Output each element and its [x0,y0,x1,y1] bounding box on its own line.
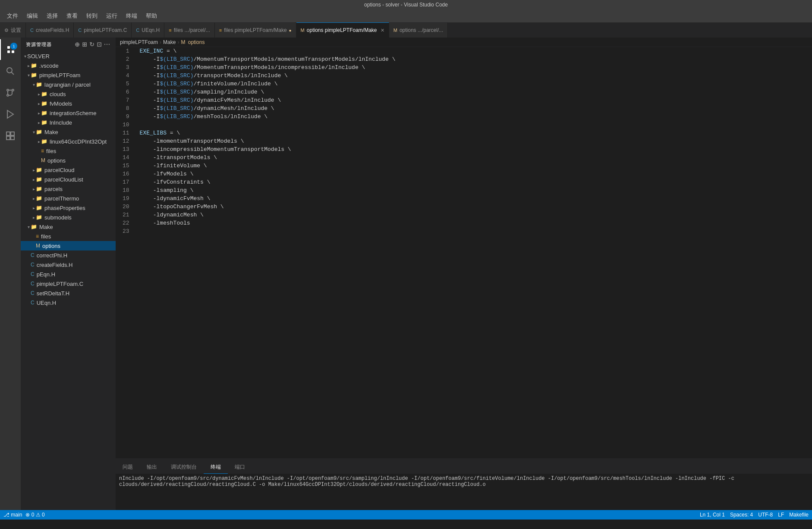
tree-setRDeltaT[interactable]: ▸ C setRDeltaT.H [21,288,116,298]
tab-options2-label: options .../parcel/... [400,27,443,33]
tab-files2[interactable]: ≡ files pimpleLPTFoam/Make ● [215,22,296,38]
tree-lagrangian[interactable]: ▾ 📁 lagrangian / parcel [21,80,116,89]
tree-make-root[interactable]: ▾ 📁 Make [21,222,116,232]
activity-extensions[interactable] [0,125,21,146]
pimple2-label: pimpleLPTFoam.C [37,281,83,287]
parcelcloudlist-arrow: ▸ [33,177,35,182]
ueqn-icon: C [136,28,139,33]
tab-options1-label: options pimpleLPTFoam/Make [307,27,377,33]
tree-linux64[interactable]: ▸ 📁 linux64GccDPInt32Opt [21,137,116,146]
status-left: ⎇ main ⊗ 0 ⚠ 0 [3,512,45,518]
ueqn2-label: UEqn.H [37,300,57,306]
svg-line-5 [12,72,14,75]
status-encoding[interactable]: UTF-8 [758,512,773,518]
tab-UEqn[interactable]: C UEqn.H [132,22,164,38]
files2-icon: ≡ [219,28,222,33]
code-line-11: EXE_LIBS = \ [140,129,812,137]
new-file-icon[interactable]: ⊕ [75,41,80,48]
new-folder-icon[interactable]: ⊞ [82,41,88,48]
tree-parcels[interactable]: ▸ 📁 parcels [21,184,116,194]
more-icon[interactable]: ··· [104,41,110,48]
correctphi-label: correctPhi.H [37,252,68,259]
menu-bar: 文件 编辑 选择 查看 转到 运行 终端 帮助 [0,9,812,22]
tree-createFields2[interactable]: ▸ C createFields.H [21,260,116,269]
createfields2-label: createFields.H [37,262,73,268]
status-language[interactable]: Makefile [789,512,809,518]
lninclude-label: lnInclude [50,119,72,126]
menu-select[interactable]: 选择 [43,11,61,21]
tree-parcelCloud[interactable]: ▸ 📁 parcelCloud [21,165,116,175]
tree-pimpleLPTFoam2[interactable]: ▸ C pimpleLPTFoam.C [21,279,116,288]
menu-file[interactable]: 文件 [3,11,22,21]
tree-options-root[interactable]: ▸ M options [21,241,116,250]
tree-parcelThermo[interactable]: ▸ 📁 parcelThermo [21,194,116,203]
options-root-label: options [42,243,60,249]
panel-tab-ports[interactable]: 端口 [228,461,252,474]
tab-options2[interactable]: M options .../parcel/... [389,22,448,38]
tab-createFields[interactable]: C createFields.H [26,22,74,38]
code-line-17: -lfvConstraints \ [140,178,812,186]
tab-pimple-label: pimpleLPTFoam.C [84,27,127,33]
tree-submodels[interactable]: ▸ 📁 submodels [21,213,116,222]
panel-tab-problems[interactable]: 问题 [116,461,140,474]
code-area[interactable]: EXE_INC = \ -I$(LIB_SRC)/MomentumTranspo… [136,47,812,458]
tree-make-pimple[interactable]: ▾ 📁 Make [21,127,116,137]
activity-explorer[interactable]: 1 [0,39,21,60]
panel-tab-debug[interactable]: 调试控制台 [164,461,204,474]
tree-integrationScheme[interactable]: ▸ 📁 integrationScheme [21,108,116,118]
menu-terminal[interactable]: 终端 [123,11,141,21]
code-line-13: -lincompressibleMomentumTransportModels … [140,145,812,153]
status-errors: ⊗ 0 ⚠ 0 [25,512,44,518]
tree-pEqn[interactable]: ▸ C pEqn.H [21,269,116,279]
tree-files-root[interactable]: ▸ ≡ files [21,232,116,241]
menu-view[interactable]: 查看 [63,11,81,21]
code-line-10 [140,121,812,129]
content-area: 1 [0,38,812,510]
collapse-icon[interactable]: ⊡ [97,41,102,48]
code-line-21: -ldynamicMesh \ [140,211,812,219]
editor: pimpleLPTFoam › Make › M options 1 2 3 4… [116,38,812,510]
tree-lnInclude[interactable]: ▸ 📁 lnInclude [21,118,116,127]
menu-help[interactable]: 帮助 [142,11,161,21]
tree-root-solver[interactable]: ▾ SOLVER [21,51,116,61]
pimple-icon: C [78,28,82,33]
activity-search[interactable] [0,61,21,81]
code-line-18: -lsampling \ [140,186,812,194]
tab-pimpleLPTFoam[interactable]: C pimpleLPTFoam.C [74,22,132,38]
settings-icon: ⚙ [4,28,9,33]
pimple-label: pimpleLPTFoam [39,72,80,78]
menu-edit[interactable]: 编辑 [23,11,41,21]
tree-pimpleLPTFoam[interactable]: ▾ 📁 pimpleLPTFoam [21,70,116,80]
activity-debug[interactable] [0,104,21,125]
tree-correctPhi[interactable]: ▸ C correctPhi.H [21,250,116,260]
editor-content[interactable]: 1 2 3 4 5 6 7 8 9 10 11 12 13 14 15 16 1 [116,47,812,458]
panel-tab-terminal[interactable]: 终端 [204,461,228,474]
tab-options1-close[interactable]: × [381,27,384,34]
git-branch[interactable]: ⎇ main [3,512,22,518]
tree-clouds[interactable]: ▸ 📁 clouds [21,89,116,99]
tree-vscode[interactable]: ▸ 📁 .vscode [21,61,116,70]
status-spaces[interactable]: Spaces: 4 [730,512,753,518]
tree-phaseProperties[interactable]: ▸ 📁 phaseProperties [21,203,116,213]
tab-settings[interactable]: ⚙ 设置 [0,22,26,38]
panel-tab-output[interactable]: 输出 [140,461,164,474]
code-line-9: -I$(LIB_SRC)/meshTools/lnInclude \ [140,113,812,121]
code-line-22: -lmeshTools [140,219,812,227]
status-line-col[interactable]: Ln 1, Col 1 [700,512,725,518]
tree-fvModels[interactable]: ▸ 📁 fvModels [21,99,116,108]
tree-options-make[interactable]: ▸ M options [21,156,116,165]
menu-run[interactable]: 运行 [103,11,121,21]
refresh-icon[interactable]: ↻ [89,41,95,48]
tab-options1[interactable]: M options pimpleLPTFoam/Make × [296,22,389,38]
tree-parcelCloudList[interactable]: ▸ 📁 parcelCloudList [21,175,116,184]
breadcrumb-Make[interactable]: Make [163,39,176,45]
tree-UEqn2[interactable]: ▸ C UEqn.H [21,298,116,307]
tree-files-make[interactable]: ▸ ≡ files [21,146,116,156]
tab-files1[interactable]: ≡ files .../parcel/... [164,22,214,38]
breadcrumb-pimpleLPTFoam[interactable]: pimpleLPTFoam [120,39,158,45]
make-pimple-label: Make [44,129,58,135]
menu-goto[interactable]: 转到 [83,11,101,21]
files-root-label: files [41,233,51,240]
status-line-ending[interactable]: LF [778,512,784,518]
activity-git[interactable] [0,82,21,103]
